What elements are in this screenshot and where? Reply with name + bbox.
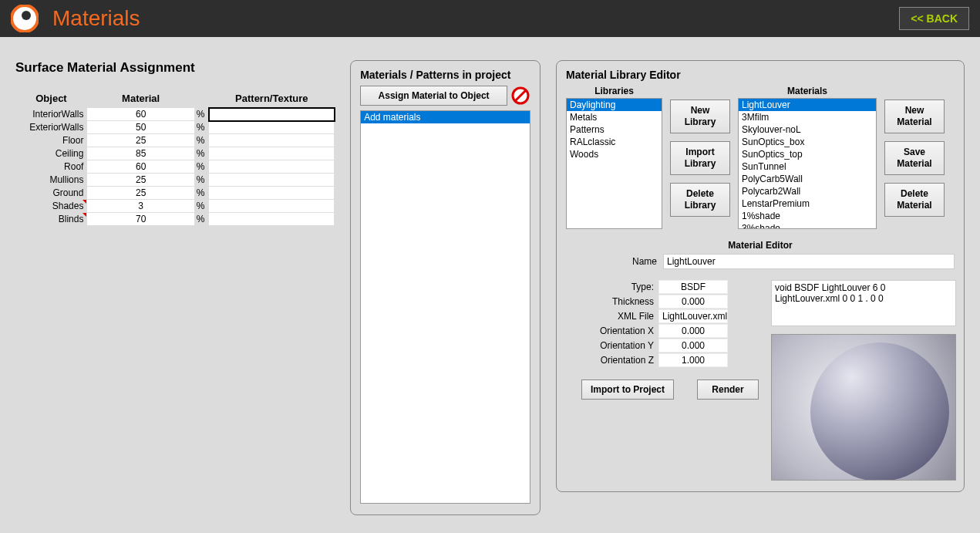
table-row: Blinds70% xyxy=(15,213,335,226)
page-title: Materials xyxy=(52,6,140,31)
render-button[interactable]: Render xyxy=(697,380,759,400)
material-cell[interactable]: 25 xyxy=(87,187,194,200)
table-row: InteriorWalls60% xyxy=(15,108,335,121)
material-cell[interactable]: 25 xyxy=(87,174,194,187)
pattern-cell[interactable] xyxy=(209,174,335,187)
preview-sphere-icon xyxy=(810,342,949,481)
property-value[interactable]: 0.000 xyxy=(658,295,728,309)
percent-label: % xyxy=(194,121,209,134)
marker-icon xyxy=(83,213,86,217)
svg-point-2 xyxy=(22,11,31,20)
header-material: Material xyxy=(87,89,194,108)
property-value[interactable]: BSDF xyxy=(658,280,728,294)
delete-library-button[interactable]: Delete Library xyxy=(670,183,730,217)
material-cell[interactable]: 85 xyxy=(87,147,194,160)
property-row: Orientation Y0.000 xyxy=(566,339,759,353)
new-library-button[interactable]: New Library xyxy=(670,100,730,133)
pattern-cell[interactable] xyxy=(209,147,335,160)
object-cell: ExteriorWalls xyxy=(15,121,87,134)
percent-label: % xyxy=(194,213,209,226)
header-object: Object xyxy=(15,89,87,108)
object-cell: Ceiling xyxy=(15,147,87,160)
list-item[interactable]: 3Mfilm xyxy=(739,111,876,123)
surface-assignment-title: Surface Material Assignment xyxy=(15,60,335,76)
project-panel-title: Materials / Patterns in project xyxy=(360,69,530,81)
material-library-editor-panel: Material Library Editor Libraries Daylig… xyxy=(556,60,965,492)
project-materials-panel: Materials / Patterns in project Assign M… xyxy=(350,60,541,515)
object-cell: Roof xyxy=(15,160,87,174)
property-value[interactable]: LightLouver.xml xyxy=(658,309,728,323)
property-row: Thickness0.000 xyxy=(566,295,759,309)
list-item[interactable]: 3%shade xyxy=(739,222,876,229)
libraries-head: Libraries xyxy=(594,86,634,96)
surface-assignment-panel: Surface Material Assignment Object Mater… xyxy=(15,60,335,226)
property-value[interactable]: 1.000 xyxy=(658,353,728,367)
list-item[interactable]: SunTunnel xyxy=(739,160,876,173)
back-button[interactable]: << BACK xyxy=(899,7,969,30)
percent-label: % xyxy=(194,147,209,160)
property-label: Thickness xyxy=(566,296,658,307)
list-item[interactable]: RALclassic xyxy=(567,136,662,148)
list-item[interactable]: 1%shade xyxy=(739,210,876,222)
object-cell: Floor xyxy=(15,134,87,147)
prohibit-icon[interactable] xyxy=(510,86,530,106)
import-library-button[interactable]: Import Library xyxy=(670,141,730,175)
marker-icon xyxy=(83,200,86,204)
property-label: Orientation X xyxy=(566,326,658,336)
property-row: Orientation X0.000 xyxy=(566,324,759,338)
save-material-button[interactable]: Save Material xyxy=(884,141,945,175)
list-item[interactable]: Woods xyxy=(567,148,662,160)
material-cell[interactable]: 25 xyxy=(87,134,194,147)
materials-head: Materials xyxy=(787,86,827,96)
new-material-button[interactable]: New Material xyxy=(884,100,945,133)
header: Materials << BACK xyxy=(0,0,980,37)
pattern-cell[interactable] xyxy=(209,160,335,174)
table-row: Shades3% xyxy=(15,200,335,213)
material-code-output: void BSDF LightLouver 6 0 LightLouver.xm… xyxy=(771,280,956,326)
property-row: Type:BSDF xyxy=(566,280,759,294)
property-value[interactable]: 0.000 xyxy=(658,324,728,338)
object-cell: Mullions xyxy=(15,174,87,187)
material-cell[interactable]: 3 xyxy=(87,200,194,213)
material-cell[interactable]: 60 xyxy=(87,160,194,174)
import-to-project-button[interactable]: Import to Project xyxy=(581,380,674,400)
assign-material-button[interactable]: Assign Material to Object xyxy=(360,86,507,106)
property-row: Orientation Z1.000 xyxy=(566,353,759,367)
page-body: Surface Material Assignment Object Mater… xyxy=(0,37,980,533)
project-materials-list[interactable]: Add materials xyxy=(360,110,530,504)
pattern-cell[interactable] xyxy=(209,213,335,226)
list-item[interactable]: PolyCarb5Wall xyxy=(739,173,876,185)
name-input[interactable] xyxy=(663,254,955,269)
materials-list[interactable]: LightLouver3MfilmSkylouver-noLSunOptics_… xyxy=(738,98,877,229)
library-editor-title: Material Library Editor xyxy=(566,69,955,81)
material-cell[interactable]: 70 xyxy=(87,213,194,226)
object-cell: Blinds xyxy=(15,213,87,226)
percent-label: % xyxy=(194,108,209,121)
add-materials-placeholder[interactable]: Add materials xyxy=(361,111,530,123)
list-item[interactable]: Patterns xyxy=(567,123,662,136)
list-item[interactable]: Skylouver-noL xyxy=(739,123,876,136)
list-item[interactable]: Polycarb2Wall xyxy=(739,185,876,197)
delete-material-button[interactable]: Delete Material xyxy=(884,183,945,217)
list-item[interactable]: SunOptics_top xyxy=(739,148,876,160)
list-item[interactable]: SunOptics_box xyxy=(739,136,876,148)
pattern-cell[interactable] xyxy=(209,108,335,121)
property-value[interactable]: 0.000 xyxy=(658,339,728,353)
list-item[interactable]: Metals xyxy=(567,111,662,123)
material-cell[interactable]: 50 xyxy=(87,121,194,134)
material-cell[interactable]: 60 xyxy=(87,108,194,121)
list-item[interactable]: Daylighting xyxy=(567,99,662,111)
object-cell: InteriorWalls xyxy=(15,108,87,121)
table-row: ExteriorWalls50% xyxy=(15,121,335,134)
pattern-cell[interactable] xyxy=(209,187,335,200)
app-logo-icon xyxy=(11,5,39,32)
list-item[interactable]: LightLouver xyxy=(739,99,876,111)
render-preview xyxy=(771,334,956,481)
pattern-cell[interactable] xyxy=(209,200,335,213)
list-item[interactable]: LenstarPremium xyxy=(739,197,876,210)
percent-label: % xyxy=(194,187,209,200)
pattern-cell[interactable] xyxy=(209,134,335,147)
libraries-list[interactable]: DaylightingMetalsPatternsRALclassicWoods xyxy=(566,98,662,229)
pattern-cell[interactable] xyxy=(209,121,335,134)
table-row: Ground25% xyxy=(15,187,335,200)
